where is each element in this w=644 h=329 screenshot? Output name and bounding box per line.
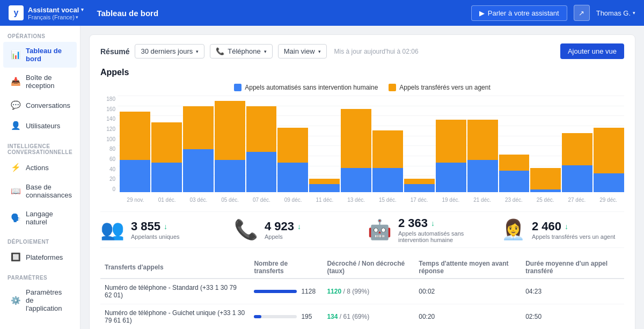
- bar-blue: [530, 189, 561, 192]
- bar-stack: [499, 96, 530, 192]
- sidebar-item-inbox[interactable]: 📥 Boîte de réception: [3, 69, 77, 94]
- bar-group: [120, 96, 150, 192]
- table-header-row: Transferts d'appelsNombre de transfertsD…: [100, 257, 624, 279]
- bar-orange: [436, 120, 466, 163]
- bar-orange: [372, 130, 403, 168]
- chart-title: Appels: [100, 68, 624, 77]
- bar-stack: [436, 96, 466, 192]
- bar-orange: [594, 128, 624, 173]
- chart-section: Appels Appels automatisés sans intervent…: [100, 68, 624, 203]
- bar-group: [151, 96, 182, 192]
- actions-icon: ⚡: [11, 163, 20, 172]
- stat-info: 3 855 ↓ Appelants uniques: [131, 220, 180, 240]
- bar-blue: [404, 184, 435, 192]
- main-content: Résumé 30 derniers jours ▾ 📞 Téléphone ▾…: [80, 26, 644, 329]
- bar-group: [404, 96, 435, 192]
- grid-label: 180: [100, 96, 115, 102]
- call-duration: 02:50: [521, 304, 624, 330]
- sidebar-section-deploy: DÉPLOIEMENT: [0, 231, 80, 247]
- bar-blue: [151, 163, 182, 192]
- dashboard-card: Résumé 30 derniers jours ▾ 📞 Téléphone ▾…: [89, 34, 635, 329]
- view-chevron-icon: ▾: [318, 49, 321, 54]
- sidebar-item-actions[interactable]: ⚡ Actions: [3, 158, 77, 177]
- bar-blue: [562, 165, 592, 192]
- stat-value: 4 923 ↓: [265, 220, 301, 233]
- bar-blue: [499, 171, 530, 192]
- bar-orange: [499, 155, 530, 171]
- sidebar-item-natural-language[interactable]: 🗣️ Langage naturel: [3, 205, 77, 231]
- period-filter[interactable]: 30 derniers jours ▾: [135, 44, 204, 59]
- bar-blue: [120, 160, 150, 192]
- stat-info: 4 923 ↓ Appels: [265, 220, 301, 240]
- bar-stack: [183, 96, 214, 192]
- inbox-icon: 📥: [11, 77, 20, 86]
- sidebar-item-label: Tableau de bord: [26, 47, 69, 63]
- external-icon: ↗: [579, 9, 584, 17]
- bar-orange: [562, 133, 592, 165]
- add-view-button[interactable]: Ajouter une vue: [560, 43, 624, 59]
- table-header: Transferts d'appelsNombre de transfertsD…: [100, 257, 624, 279]
- stat-label: Appelants uniques: [131, 233, 180, 240]
- sidebar-item-label: Paramètres de l'application: [26, 288, 69, 312]
- x-label: 29 nov.: [120, 197, 151, 203]
- bar-stack: [309, 96, 340, 192]
- trend-down-icon: ↓: [164, 222, 167, 231]
- bar-orange: [341, 109, 371, 168]
- stat-icon: 👥: [100, 218, 125, 241]
- transfer-count: 195: [250, 304, 323, 330]
- sidebar-item-knowledge[interactable]: 📖 Base de connaissances: [3, 178, 77, 204]
- sidebar-item-app-settings[interactable]: ⚙️ Paramètres de l'application: [3, 283, 77, 317]
- x-label: 15 déc.: [372, 197, 404, 203]
- grid-label: 60: [100, 156, 115, 162]
- external-link-button[interactable]: ↗: [574, 5, 590, 21]
- view-selector[interactable]: Main view ▾: [278, 44, 327, 59]
- language-icon: 🗣️: [11, 213, 20, 223]
- stat-card: 👥 3 855 ↓ Appelants uniques: [100, 216, 223, 243]
- bar-stack: [277, 96, 308, 192]
- y-logo: y: [9, 5, 24, 20]
- bar-stack: [215, 96, 245, 192]
- brand-language: Français (France) ▾: [28, 14, 84, 20]
- grid-label: 0: [100, 186, 115, 192]
- user-menu[interactable]: Thomas G. ▾: [596, 9, 635, 17]
- bar-group: [499, 96, 530, 192]
- bar-blue: [183, 149, 214, 192]
- bar-blue: [594, 173, 624, 192]
- channel-filter[interactable]: 📞 Téléphone ▾: [210, 44, 272, 59]
- bar-blue: [277, 163, 308, 192]
- toolbar: Résumé 30 derniers jours ▾ 📞 Téléphone ▾…: [100, 43, 624, 59]
- logo-area[interactable]: y Assistant vocal ▾ Français (France) ▾: [9, 5, 84, 20]
- table-row: Numéro de téléphone - Standard (+33 1 30…: [100, 279, 624, 304]
- bar-group: [277, 96, 308, 192]
- bar-orange: [120, 112, 150, 160]
- x-label: 13 déc.: [340, 197, 372, 203]
- sidebar-item-dashboard[interactable]: 📊 Tableau de bord: [3, 42, 77, 68]
- stat-card: 🤖 2 363 ↓ Appels automatisés sans interv…: [368, 216, 491, 243]
- x-label: 01 déc.: [151, 197, 183, 203]
- update-status: Mis à jour aujourd'hui à 02:06: [334, 48, 419, 55]
- wait-time: 00:20: [414, 304, 521, 330]
- stat-icon: 📞: [234, 218, 258, 241]
- sidebar-section-operations: OPÉRATIONS: [0, 26, 80, 41]
- bar-stack: [151, 96, 182, 192]
- sidebar-item-platforms[interactable]: 🔲 Plateformes: [3, 247, 77, 267]
- stat-icon: 🤖: [368, 218, 392, 241]
- sidebar-item-label: Boîte de réception: [26, 74, 69, 90]
- mini-bar-container: [254, 315, 297, 318]
- x-label: 17 déc.: [404, 197, 435, 203]
- sidebar-item-label: Utilisateurs: [26, 122, 60, 130]
- x-label: 29 déc.: [592, 197, 624, 203]
- platforms-icon: 🔲: [11, 252, 20, 262]
- sidebar-item-conversations[interactable]: 💬 Conversations: [3, 96, 77, 115]
- grid-label: 140: [100, 116, 115, 122]
- bar-orange: [309, 179, 340, 184]
- transfers-table: Transferts d'appelsNombre de transfertsD…: [100, 257, 624, 329]
- bar-orange: [215, 101, 245, 160]
- speak-button[interactable]: ▶ Parler à votre assistant: [471, 5, 567, 21]
- bar-orange: [404, 179, 435, 184]
- trend-down-icon: ↓: [297, 222, 301, 231]
- phone-icon: 📞: [216, 47, 224, 55]
- sidebar: OPÉRATIONS 📊 Tableau de bord 📥 Boîte de …: [0, 26, 80, 329]
- dashboard-icon: 📊: [11, 50, 20, 60]
- sidebar-item-users[interactable]: 👤 Utilisateurs: [3, 116, 77, 135]
